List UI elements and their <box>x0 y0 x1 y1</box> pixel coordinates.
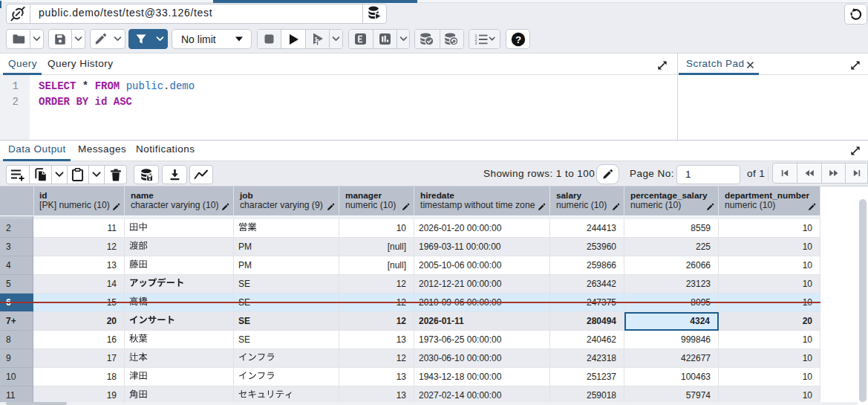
svg-text:3: 3 <box>474 41 477 45</box>
svg-text:1: 1 <box>314 36 318 43</box>
svg-text:?: ? <box>515 33 521 45</box>
